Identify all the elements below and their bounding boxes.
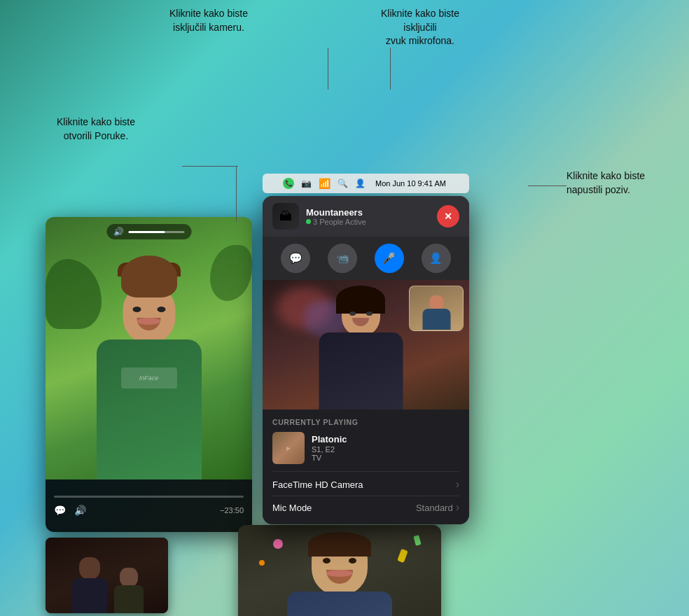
menu-time: Mon Jun 10 9:41 AM	[375, 179, 446, 188]
body-jacket: InFace	[97, 340, 202, 479]
facetime-widget: 📞 📷 📶 🔍 👤 Mon Jun 10 9:41 AM 🏔 Mountanee…	[263, 174, 469, 524]
group-icon: 🏔	[272, 203, 299, 230]
mic-mode-value: Standard	[416, 503, 453, 513]
audio-icon[interactable]: 🔊	[74, 505, 86, 516]
active-indicator	[306, 219, 311, 224]
show-title: Platonic	[312, 434, 347, 444]
shareplay-menu-icon: 👤	[355, 178, 366, 188]
caller-woman	[308, 287, 413, 410]
shareplay-button[interactable]: 👤	[422, 244, 451, 273]
show-subtitle2: TV	[312, 454, 347, 462]
camera-menu-icon: 📷	[301, 178, 312, 188]
hat-top	[121, 255, 177, 298]
search-menu-icon: 🔍	[337, 178, 348, 188]
subtitles-icon[interactable]: 💬	[54, 505, 66, 516]
facetime-menu-icon: 📞	[283, 178, 294, 189]
messages-button[interactable]: 💬	[281, 244, 310, 273]
self-view-thumbnail	[409, 286, 464, 331]
video-controls: 💬 🔊 −23:50	[46, 479, 252, 532]
menu-bar: 📞 📷 📶 🔍 👤 Mon Jun 10 9:41 AM	[263, 174, 469, 193]
group-status: 3 People Active	[306, 218, 366, 226]
mic-mode-value-row: Standard ›	[416, 501, 459, 514]
facetime-header: 🏔 Mountaneers 3 People Active ✕	[263, 196, 469, 237]
volume-icon: 🔊	[113, 227, 124, 237]
bottom-caller-thumbnail	[238, 525, 441, 616]
group-details: Mountaneers 3 People Active	[306, 207, 366, 226]
facetime-camera-setting[interactable]: FaceTime HD Camera ›	[272, 473, 459, 496]
volume-control[interactable]: 🔊	[106, 224, 191, 239]
small-bottom-thumbnail	[46, 538, 168, 613]
camera-setting-label: FaceTime HD Camera	[272, 479, 363, 490]
bottom-person	[277, 528, 403, 616]
volume-track	[128, 231, 184, 233]
mic-toggle-button[interactable]: 🎤	[375, 244, 404, 273]
facetime-call-card: 🏔 Mountaneers 3 People Active ✕ 💬 📹 🎤 👤	[263, 196, 469, 524]
now-playing-row: ▶ Platonic S1, E2 TV	[272, 432, 459, 464]
video-player: 🔊 InFace	[46, 217, 252, 532]
time-remaining: −23:50	[220, 506, 244, 514]
main-caller-bg	[263, 280, 469, 410]
show-thumbnail: ▶	[272, 432, 305, 464]
divider-1	[272, 471, 459, 472]
volume-fill	[128, 231, 165, 233]
wifi-menu-icon: 📶	[319, 178, 330, 189]
group-name: Mountaneers	[306, 207, 366, 218]
mic-mode-setting[interactable]: Mic Mode Standard ›	[272, 496, 459, 519]
progress-bar[interactable]	[54, 496, 244, 498]
facetime-controls: 💬 📹 🎤 👤	[263, 237, 469, 280]
show-info: Platonic S1, E2 TV	[312, 434, 347, 462]
video-toggle-button[interactable]: 📹	[328, 244, 357, 273]
currently-playing-label: Currently Playing	[272, 418, 459, 426]
mic-mode-label: Mic Mode	[272, 503, 312, 513]
video-main: 🔊 InFace	[46, 217, 252, 479]
group-info: 🏔 Mountaneers 3 People Active	[272, 203, 366, 230]
show-subtitle1: S1, E2	[312, 445, 347, 454]
video-call-area	[263, 280, 469, 410]
camera-chevron: ›	[456, 478, 459, 491]
end-call-button[interactable]: ✕	[437, 205, 459, 227]
mic-chevron: ›	[456, 501, 459, 514]
currently-playing-section: Currently Playing ▶ Platonic S1, E2 TV	[263, 410, 469, 524]
